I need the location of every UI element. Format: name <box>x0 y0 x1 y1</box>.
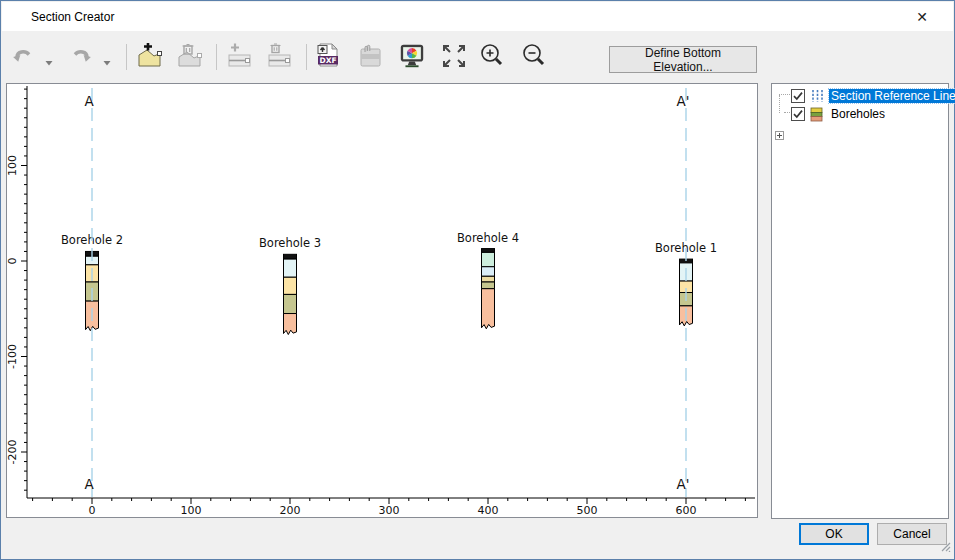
dxf-label: DXF <box>319 56 336 65</box>
reference-line-label: A' <box>677 476 690 492</box>
borehole-layer <box>284 314 297 335</box>
y-tick-label: -200 <box>7 440 19 465</box>
redo-button[interactable] <box>66 42 94 70</box>
cancel-button[interactable]: Cancel <box>877 523 947 545</box>
borehole-column[interactable]: Borehole 3 <box>259 236 321 334</box>
define-bottom-elevation-button[interactable]: Define Bottom Elevation... <box>609 46 757 73</box>
resize-grip-icon <box>941 542 951 552</box>
section-reference-lines-checkbox[interactable] <box>791 89 805 106</box>
y-tick-label: 100 <box>7 155 19 176</box>
delete-material-boundary-icon <box>177 43 203 69</box>
borehole-layer <box>284 277 297 294</box>
borehole-label: Borehole 4 <box>457 231 519 245</box>
x-tick-label: 500 <box>577 504 598 517</box>
title-bar: Section Creator ✕ <box>2 2 953 31</box>
resize-grip[interactable] <box>941 538 951 556</box>
zoom-out-button[interactable] <box>520 42 548 70</box>
reference-line-label: A' <box>677 93 690 109</box>
tree-item-boreholes[interactable]: Boreholes <box>772 105 948 123</box>
y-tick-label: 0 <box>7 258 19 265</box>
expand-icon[interactable] <box>775 129 784 143</box>
delete-material-boundary-button[interactable] <box>176 42 204 70</box>
export-dxf-button[interactable]: DXF <box>314 42 342 70</box>
section-canvas[interactable]: 01002003004005006001000-100-200Borehole … <box>7 84 757 517</box>
add-section-line-button[interactable] <box>226 42 254 70</box>
section-canvas-panel: 01002003004005006001000-100-200Borehole … <box>6 83 758 518</box>
checkbox-checked-icon <box>791 107 805 121</box>
borehole-layer <box>482 289 495 329</box>
zoom-in-button[interactable] <box>478 42 506 70</box>
close-icon: ✕ <box>916 9 928 25</box>
borehole-layer <box>482 249 495 253</box>
ok-button[interactable]: OK <box>799 523 869 545</box>
tree-item-label[interactable]: Section Reference Lines <box>829 89 955 103</box>
section-lines-icon <box>810 89 825 106</box>
undo-button[interactable] <box>10 42 38 70</box>
tree-item-label[interactable]: Boreholes <box>829 107 887 121</box>
toolbar-separator <box>306 44 307 70</box>
chevron-down-icon <box>102 59 112 67</box>
borehole-icon <box>810 107 823 125</box>
x-tick-label: 300 <box>379 504 400 517</box>
window-title: Section Creator <box>31 10 114 24</box>
toolbar: DXF <box>2 31 953 81</box>
x-tick-label: 0 <box>89 504 96 517</box>
undo-dropdown-button[interactable] <box>44 53 54 61</box>
undo-icon <box>12 44 36 68</box>
zoom-in-icon <box>478 42 506 70</box>
tree-item-section-reference-lines[interactable]: Section Reference Lines <box>772 87 948 105</box>
borehole-layer <box>482 252 495 266</box>
zoom-out-icon <box>520 42 548 70</box>
borehole-layer <box>284 294 297 313</box>
zoom-extents-button[interactable] <box>440 42 468 70</box>
export-dxf-icon: DXF <box>314 42 342 70</box>
layer-tree: Section Reference Lines <box>771 83 949 519</box>
borehole-layer <box>482 267 495 277</box>
redo-icon <box>68 44 92 68</box>
borehole-layer <box>284 254 297 259</box>
reference-line-label: A <box>84 476 94 492</box>
borehole-layer <box>482 276 495 282</box>
toolbar-separator <box>126 44 127 70</box>
x-tick-label: 600 <box>676 504 697 517</box>
zoom-extents-icon <box>441 43 467 69</box>
add-material-boundary-button[interactable] <box>136 42 164 70</box>
x-tick-label: 400 <box>478 504 499 517</box>
delete-section-line-icon <box>267 43 293 69</box>
x-tick-label: 200 <box>280 504 301 517</box>
grab-view-button[interactable] <box>356 42 384 70</box>
toolbar-separator <box>216 44 217 70</box>
delete-section-line-button[interactable] <box>266 42 294 70</box>
checkbox-checked-icon <box>791 89 805 103</box>
display-options-button[interactable] <box>398 42 426 70</box>
redo-dropdown-button[interactable] <box>102 53 112 61</box>
close-button[interactable]: ✕ <box>903 2 941 31</box>
reference-line-label: A <box>84 93 94 109</box>
borehole-label: Borehole 3 <box>259 236 321 250</box>
chevron-down-icon <box>44 59 54 67</box>
boreholes-checkbox[interactable] <box>791 107 805 124</box>
grab-view-icon <box>356 42 384 70</box>
borehole-layer <box>284 259 297 277</box>
display-options-icon <box>398 42 426 70</box>
add-material-boundary-icon <box>137 43 163 69</box>
section-creator-dialog: Section Creator ✕ <box>0 0 955 560</box>
borehole-layer <box>482 282 495 289</box>
y-tick-label: -100 <box>7 344 19 369</box>
x-tick-label: 100 <box>181 504 202 517</box>
add-section-line-icon <box>227 43 253 69</box>
borehole-column[interactable]: Borehole 4 <box>457 231 519 329</box>
